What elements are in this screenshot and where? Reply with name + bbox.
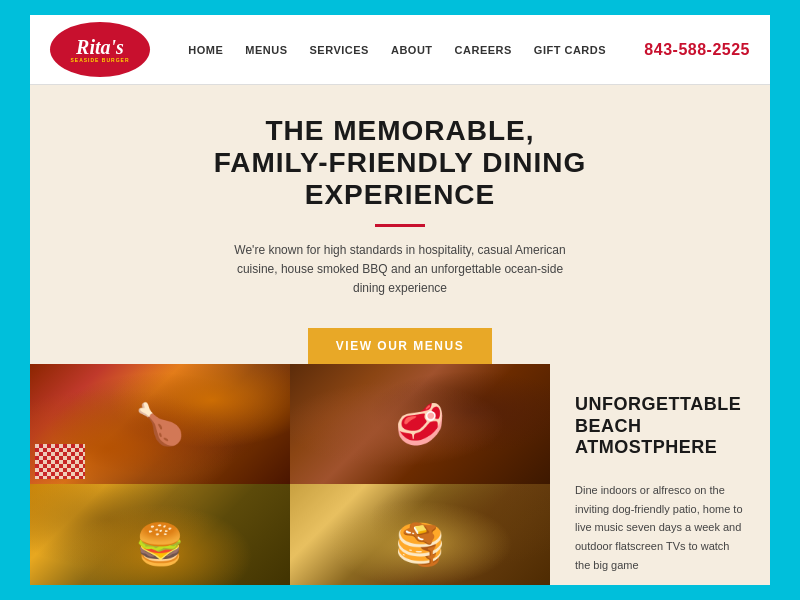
sandwich-image: 🥞 (290, 484, 550, 585)
ribs-image: 🥩 (290, 364, 550, 484)
wings-image: 🍗 (30, 364, 290, 484)
logo-container: Rita's Seaside Burger (50, 22, 150, 77)
nav-home[interactable]: HOME (188, 44, 223, 56)
header: Rita's Seaside Burger HOME MENUS SERVICE… (30, 15, 770, 85)
logo-name: Rita's (76, 37, 124, 57)
view-menus-button[interactable]: VIEW OUR MENUS (308, 328, 492, 364)
side-panel: UNFORGETTABLE BEACH ATMOSTPHERE Dine ind… (550, 364, 770, 585)
nav-services[interactable]: SERVICES (310, 44, 369, 56)
nav-about[interactable]: ABOUT (391, 44, 433, 56)
phone-number: 843-588-2525 (644, 41, 750, 59)
logo-oval: Rita's Seaside Burger (50, 22, 150, 77)
main-nav: HOME MENUS SERVICES ABOUT CAREERS GIFT C… (150, 44, 644, 56)
page-wrapper: Rita's Seaside Burger HOME MENUS SERVICE… (30, 15, 770, 585)
nav-menus[interactable]: MENUS (245, 44, 287, 56)
hero-title: THE MEMORABLE, FAMILY-FRIENDLY DINING EX… (50, 115, 750, 212)
nav-careers[interactable]: CAREERS (455, 44, 512, 56)
content-grid: 🍗 🥩 🍔 🥞 UNFORGETTABLE BEACH ATMOSTPHERE (30, 364, 770, 585)
hero-section: THE MEMORABLE, FAMILY-FRIENDLY DINING EX… (30, 85, 770, 313)
logo-sub: Seaside Burger (70, 57, 129, 63)
hero-divider (375, 224, 425, 227)
nav-gift-cards[interactable]: GIFT CARDS (534, 44, 606, 56)
burger-image: 🍔 (30, 484, 290, 585)
food-images-grid: 🍗 🥩 🍔 🥞 (30, 364, 550, 585)
hero-description: We're known for high standards in hospit… (220, 241, 580, 299)
side-description: Dine indoors or alfresco on the inviting… (575, 481, 745, 574)
side-title: UNFORGETTABLE BEACH ATMOSTPHERE (575, 394, 745, 459)
cta-wrap: VIEW OUR MENUS (30, 313, 770, 364)
